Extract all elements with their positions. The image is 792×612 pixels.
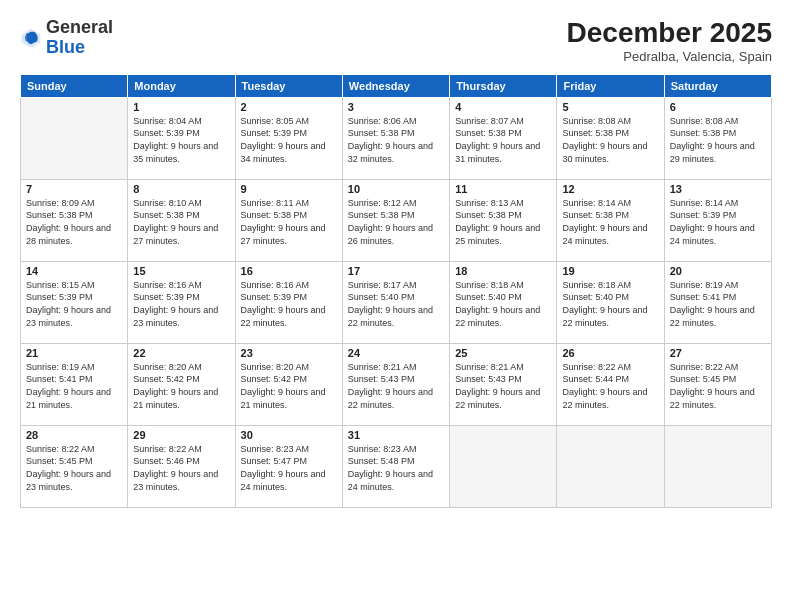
- day-info: Sunrise: 8:06 AMSunset: 5:38 PMDaylight:…: [348, 115, 444, 165]
- day-number: 12: [562, 183, 658, 195]
- calendar-header-sunday: Sunday: [21, 74, 128, 97]
- day-number: 15: [133, 265, 229, 277]
- day-info: Sunrise: 8:11 AMSunset: 5:38 PMDaylight:…: [241, 197, 337, 247]
- day-info: Sunrise: 8:15 AMSunset: 5:39 PMDaylight:…: [26, 279, 122, 329]
- calendar-cell: [557, 425, 664, 507]
- calendar-cell: 26Sunrise: 8:22 AMSunset: 5:44 PMDayligh…: [557, 343, 664, 425]
- day-number: 7: [26, 183, 122, 195]
- day-number: 9: [241, 183, 337, 195]
- calendar-page: General Blue December 2025 Pedralba, Val…: [0, 0, 792, 612]
- calendar-header-friday: Friday: [557, 74, 664, 97]
- day-number: 6: [670, 101, 766, 113]
- calendar-cell: 27Sunrise: 8:22 AMSunset: 5:45 PMDayligh…: [664, 343, 771, 425]
- day-number: 31: [348, 429, 444, 441]
- calendar-cell: 17Sunrise: 8:17 AMSunset: 5:40 PMDayligh…: [342, 261, 449, 343]
- calendar-cell: 28Sunrise: 8:22 AMSunset: 5:45 PMDayligh…: [21, 425, 128, 507]
- day-info: Sunrise: 8:16 AMSunset: 5:39 PMDaylight:…: [133, 279, 229, 329]
- day-info: Sunrise: 8:23 AMSunset: 5:48 PMDaylight:…: [348, 443, 444, 493]
- calendar-cell: 7Sunrise: 8:09 AMSunset: 5:38 PMDaylight…: [21, 179, 128, 261]
- calendar-cell: 4Sunrise: 8:07 AMSunset: 5:38 PMDaylight…: [450, 97, 557, 179]
- day-info: Sunrise: 8:09 AMSunset: 5:38 PMDaylight:…: [26, 197, 122, 247]
- calendar-header-wednesday: Wednesday: [342, 74, 449, 97]
- month-title: December 2025: [567, 18, 772, 49]
- location: Pedralba, Valencia, Spain: [567, 49, 772, 64]
- day-info: Sunrise: 8:14 AMSunset: 5:38 PMDaylight:…: [562, 197, 658, 247]
- day-info: Sunrise: 8:21 AMSunset: 5:43 PMDaylight:…: [348, 361, 444, 411]
- day-info: Sunrise: 8:16 AMSunset: 5:39 PMDaylight:…: [241, 279, 337, 329]
- calendar-header-thursday: Thursday: [450, 74, 557, 97]
- day-info: Sunrise: 8:20 AMSunset: 5:42 PMDaylight:…: [241, 361, 337, 411]
- calendar-table: SundayMondayTuesdayWednesdayThursdayFrid…: [20, 74, 772, 508]
- calendar-cell: 6Sunrise: 8:08 AMSunset: 5:38 PMDaylight…: [664, 97, 771, 179]
- day-number: 29: [133, 429, 229, 441]
- calendar-cell: 30Sunrise: 8:23 AMSunset: 5:47 PMDayligh…: [235, 425, 342, 507]
- day-number: 10: [348, 183, 444, 195]
- calendar-week-row: 21Sunrise: 8:19 AMSunset: 5:41 PMDayligh…: [21, 343, 772, 425]
- day-info: Sunrise: 8:17 AMSunset: 5:40 PMDaylight:…: [348, 279, 444, 329]
- day-info: Sunrise: 8:10 AMSunset: 5:38 PMDaylight:…: [133, 197, 229, 247]
- day-info: Sunrise: 8:22 AMSunset: 5:46 PMDaylight:…: [133, 443, 229, 493]
- day-info: Sunrise: 8:07 AMSunset: 5:38 PMDaylight:…: [455, 115, 551, 165]
- calendar-cell: 21Sunrise: 8:19 AMSunset: 5:41 PMDayligh…: [21, 343, 128, 425]
- calendar-week-row: 7Sunrise: 8:09 AMSunset: 5:38 PMDaylight…: [21, 179, 772, 261]
- day-info: Sunrise: 8:21 AMSunset: 5:43 PMDaylight:…: [455, 361, 551, 411]
- day-info: Sunrise: 8:05 AMSunset: 5:39 PMDaylight:…: [241, 115, 337, 165]
- day-number: 1: [133, 101, 229, 113]
- calendar-header-saturday: Saturday: [664, 74, 771, 97]
- day-number: 25: [455, 347, 551, 359]
- calendar-cell: 13Sunrise: 8:14 AMSunset: 5:39 PMDayligh…: [664, 179, 771, 261]
- calendar-cell: 9Sunrise: 8:11 AMSunset: 5:38 PMDaylight…: [235, 179, 342, 261]
- day-number: 28: [26, 429, 122, 441]
- calendar-cell: 1Sunrise: 8:04 AMSunset: 5:39 PMDaylight…: [128, 97, 235, 179]
- logo: General Blue: [20, 18, 113, 58]
- calendar-cell: 3Sunrise: 8:06 AMSunset: 5:38 PMDaylight…: [342, 97, 449, 179]
- day-number: 2: [241, 101, 337, 113]
- day-number: 27: [670, 347, 766, 359]
- calendar-cell: 24Sunrise: 8:21 AMSunset: 5:43 PMDayligh…: [342, 343, 449, 425]
- calendar-cell: 31Sunrise: 8:23 AMSunset: 5:48 PMDayligh…: [342, 425, 449, 507]
- day-info: Sunrise: 8:08 AMSunset: 5:38 PMDaylight:…: [562, 115, 658, 165]
- calendar-cell: 12Sunrise: 8:14 AMSunset: 5:38 PMDayligh…: [557, 179, 664, 261]
- calendar-cell: 22Sunrise: 8:20 AMSunset: 5:42 PMDayligh…: [128, 343, 235, 425]
- day-info: Sunrise: 8:14 AMSunset: 5:39 PMDaylight:…: [670, 197, 766, 247]
- day-number: 14: [26, 265, 122, 277]
- calendar-cell: 18Sunrise: 8:18 AMSunset: 5:40 PMDayligh…: [450, 261, 557, 343]
- day-number: 18: [455, 265, 551, 277]
- calendar-cell: 2Sunrise: 8:05 AMSunset: 5:39 PMDaylight…: [235, 97, 342, 179]
- day-number: 26: [562, 347, 658, 359]
- calendar-cell: [21, 97, 128, 179]
- header: General Blue December 2025 Pedralba, Val…: [20, 18, 772, 64]
- calendar-cell: 19Sunrise: 8:18 AMSunset: 5:40 PMDayligh…: [557, 261, 664, 343]
- day-info: Sunrise: 8:19 AMSunset: 5:41 PMDaylight:…: [670, 279, 766, 329]
- day-info: Sunrise: 8:08 AMSunset: 5:38 PMDaylight:…: [670, 115, 766, 165]
- logo-general-text: General: [46, 17, 113, 37]
- calendar-cell: 15Sunrise: 8:16 AMSunset: 5:39 PMDayligh…: [128, 261, 235, 343]
- calendar-cell: 11Sunrise: 8:13 AMSunset: 5:38 PMDayligh…: [450, 179, 557, 261]
- calendar-cell: 23Sunrise: 8:20 AMSunset: 5:42 PMDayligh…: [235, 343, 342, 425]
- logo-icon: [20, 27, 42, 49]
- day-number: 13: [670, 183, 766, 195]
- day-number: 8: [133, 183, 229, 195]
- calendar-header-row: SundayMondayTuesdayWednesdayThursdayFrid…: [21, 74, 772, 97]
- day-number: 22: [133, 347, 229, 359]
- calendar-cell: 5Sunrise: 8:08 AMSunset: 5:38 PMDaylight…: [557, 97, 664, 179]
- calendar-header-monday: Monday: [128, 74, 235, 97]
- day-number: 19: [562, 265, 658, 277]
- calendar-cell: [450, 425, 557, 507]
- logo-blue-text: Blue: [46, 37, 85, 57]
- calendar-header-tuesday: Tuesday: [235, 74, 342, 97]
- calendar-week-row: 28Sunrise: 8:22 AMSunset: 5:45 PMDayligh…: [21, 425, 772, 507]
- calendar-cell: 25Sunrise: 8:21 AMSunset: 5:43 PMDayligh…: [450, 343, 557, 425]
- day-number: 16: [241, 265, 337, 277]
- title-block: December 2025 Pedralba, Valencia, Spain: [567, 18, 772, 64]
- calendar-cell: 14Sunrise: 8:15 AMSunset: 5:39 PMDayligh…: [21, 261, 128, 343]
- day-number: 20: [670, 265, 766, 277]
- calendar-cell: [664, 425, 771, 507]
- day-info: Sunrise: 8:22 AMSunset: 5:45 PMDaylight:…: [670, 361, 766, 411]
- calendar-cell: 16Sunrise: 8:16 AMSunset: 5:39 PMDayligh…: [235, 261, 342, 343]
- day-number: 24: [348, 347, 444, 359]
- calendar-cell: 29Sunrise: 8:22 AMSunset: 5:46 PMDayligh…: [128, 425, 235, 507]
- day-info: Sunrise: 8:22 AMSunset: 5:44 PMDaylight:…: [562, 361, 658, 411]
- day-number: 5: [562, 101, 658, 113]
- day-info: Sunrise: 8:13 AMSunset: 5:38 PMDaylight:…: [455, 197, 551, 247]
